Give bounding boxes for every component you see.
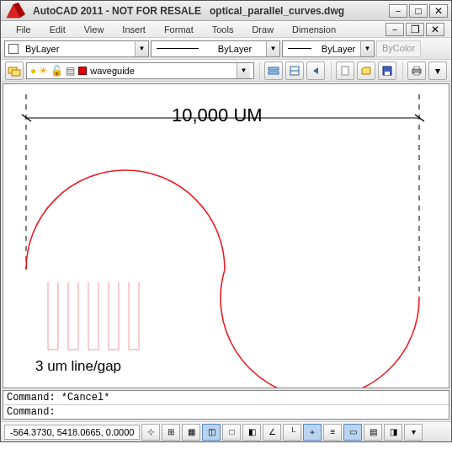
plotstyle-dropdown-button[interactable]: ▾ xyxy=(428,62,447,80)
open-file-button[interactable] xyxy=(357,62,375,80)
coordinate-display[interactable]: -564.3730, 5418.0665, 0.0000 xyxy=(4,425,140,440)
dyn-button[interactable]: ＋ xyxy=(303,424,322,441)
menu-draw[interactable]: Draw xyxy=(243,23,282,36)
drawing-vector xyxy=(3,84,445,388)
command-input[interactable] xyxy=(59,406,445,418)
print-button[interactable] xyxy=(407,62,426,80)
layer-states-icon xyxy=(268,65,279,77)
drawing-area-frame: 10,000 UM 3 um line/gap xyxy=(3,83,449,388)
sc-button[interactable]: ◨ xyxy=(384,424,402,441)
dimension-text: 10,000 UM xyxy=(172,104,263,126)
doc-restore-button[interactable]: ❐ xyxy=(406,23,424,36)
lineweight-value: ByLayer xyxy=(318,44,359,54)
svg-rect-3 xyxy=(269,72,279,74)
color-swatch-icon xyxy=(8,44,19,54)
chevron-down-icon[interactable]: ▼ xyxy=(266,41,279,56)
linetype-value: ByLayer xyxy=(215,44,255,54)
close-button[interactable]: ✕ xyxy=(429,4,448,18)
lineweight-dropdown[interactable]: ByLayer ▼ xyxy=(282,40,375,57)
layer-iso-button[interactable] xyxy=(285,62,304,80)
grating-note: 3 um line/gap xyxy=(35,358,121,375)
menu-insert[interactable]: Insert xyxy=(114,23,154,36)
command-history-text: Command: *Cancel* xyxy=(7,392,109,404)
3dosnap-button[interactable]: ◧ xyxy=(242,424,261,441)
tpy-button[interactable]: ▭ xyxy=(343,424,362,441)
linetype-dropdown[interactable]: ByLayer ▼ xyxy=(151,40,280,57)
lineweight-preview-icon xyxy=(288,48,311,49)
restore-icon: ❐ xyxy=(411,24,420,35)
layer-states-button[interactable] xyxy=(264,62,283,80)
layers-toolbar: ● ☀ 🔓 ▤ waveguide ▼ ▾ xyxy=(1,60,451,82)
menu-format[interactable]: Format xyxy=(156,23,202,36)
maximize-button[interactable]: □ xyxy=(409,4,428,18)
qp-button[interactable]: ▤ xyxy=(364,424,382,441)
layer-iso-icon xyxy=(289,65,300,77)
drawing-canvas[interactable]: 10,000 UM 3 um line/gap xyxy=(3,84,449,388)
linetype-preview-icon xyxy=(157,48,199,49)
command-input-row[interactable]: Command: xyxy=(3,405,449,419)
app-title: AutoCAD 2011 - NOT FOR RESALE xyxy=(33,5,201,17)
properties-toolbar: ByLayer ▼ ByLayer ▼ ByLayer ▼ ByColor xyxy=(1,38,451,60)
ortho-button[interactable]: ▦ xyxy=(182,424,200,441)
statusbar: -564.3730, 5418.0665, 0.0000 ⊹ ⊞ ▦ ◫ □ ◧… xyxy=(1,421,451,441)
menu-file[interactable]: File xyxy=(8,23,40,36)
layer-previous-icon xyxy=(310,65,322,77)
svg-rect-10 xyxy=(414,67,419,69)
minimize-button[interactable]: － xyxy=(389,4,407,18)
lwt-icon: ≡ xyxy=(331,427,336,436)
snap-button[interactable]: ⊹ xyxy=(141,424,160,441)
osnap-button[interactable]: □ xyxy=(222,424,241,441)
svg-rect-6 xyxy=(342,67,348,75)
current-layer-name: waveguide xyxy=(90,66,135,76)
grid-icon: ⊞ xyxy=(168,427,174,436)
polar-icon: ◫ xyxy=(208,427,215,436)
ortho-icon: ▦ xyxy=(188,427,195,436)
3dosnap-icon: ◧ xyxy=(248,427,256,436)
grid-button[interactable]: ⊞ xyxy=(162,424,180,441)
plotstyle-value: ByColor xyxy=(382,43,415,53)
chevron-down-icon: ▾ xyxy=(435,66,440,76)
menu-edit[interactable]: Edit xyxy=(41,23,74,36)
menubar: File Edit View Insert Format Tools Draw … xyxy=(1,21,451,38)
minimize-icon: － xyxy=(393,6,403,16)
unlock-icon: 🔓 xyxy=(51,66,63,76)
menu-view[interactable]: View xyxy=(76,23,113,36)
otrack-button[interactable]: ∠ xyxy=(263,424,281,441)
svg-rect-8 xyxy=(385,72,390,75)
ducs-icon: └ xyxy=(290,427,295,436)
color-value: ByLayer xyxy=(22,44,62,54)
chevron-down-icon[interactable]: ▼ xyxy=(237,63,250,78)
color-dropdown[interactable]: ByLayer ▼ xyxy=(4,40,149,57)
layer-selector[interactable]: ● ☀ 🔓 ▤ waveguide ▼ xyxy=(26,62,254,79)
svg-rect-1 xyxy=(12,70,20,76)
lwt-button[interactable]: ≡ xyxy=(323,424,342,441)
doc-minimize-button[interactable]: － xyxy=(386,23,404,36)
save-file-button[interactable] xyxy=(378,62,396,80)
doc-close-button[interactable]: ✕ xyxy=(426,23,444,36)
ducs-button[interactable]: └ xyxy=(283,424,301,441)
close-icon: ✕ xyxy=(434,6,443,16)
menu-dimension[interactable]: Dimension xyxy=(284,23,344,36)
lightbulb-icon: ● xyxy=(30,66,36,76)
layer-properties-button[interactable] xyxy=(5,62,24,80)
osnap-icon: □ xyxy=(229,427,234,436)
new-file-icon xyxy=(339,65,351,77)
chevron-down-icon: ▾ xyxy=(412,427,416,436)
chevron-down-icon[interactable]: ▼ xyxy=(135,41,148,56)
titlebar[interactable]: AutoCAD 2011 - NOT FOR RESALE optical_pa… xyxy=(1,1,451,21)
layer-previous-button[interactable] xyxy=(306,62,325,80)
svg-rect-11 xyxy=(414,72,419,75)
chevron-down-icon[interactable]: ▼ xyxy=(360,41,374,56)
application-window: AutoCAD 2011 - NOT FOR RESALE optical_pa… xyxy=(0,0,452,442)
open-file-icon xyxy=(360,65,372,77)
menu-tools[interactable]: Tools xyxy=(204,23,242,36)
new-file-button[interactable] xyxy=(336,62,354,80)
command-window[interactable]: Command: *Cancel* Command: xyxy=(3,390,449,420)
statusbar-menu-button[interactable]: ▾ xyxy=(404,424,423,441)
minimize-icon: － xyxy=(390,24,400,35)
tpy-icon: ▭ xyxy=(349,427,357,436)
maximize-icon: □ xyxy=(415,6,421,16)
polar-button[interactable]: ◫ xyxy=(202,424,221,441)
dyn-icon: ＋ xyxy=(308,426,316,438)
layer-properties-icon xyxy=(8,64,21,78)
